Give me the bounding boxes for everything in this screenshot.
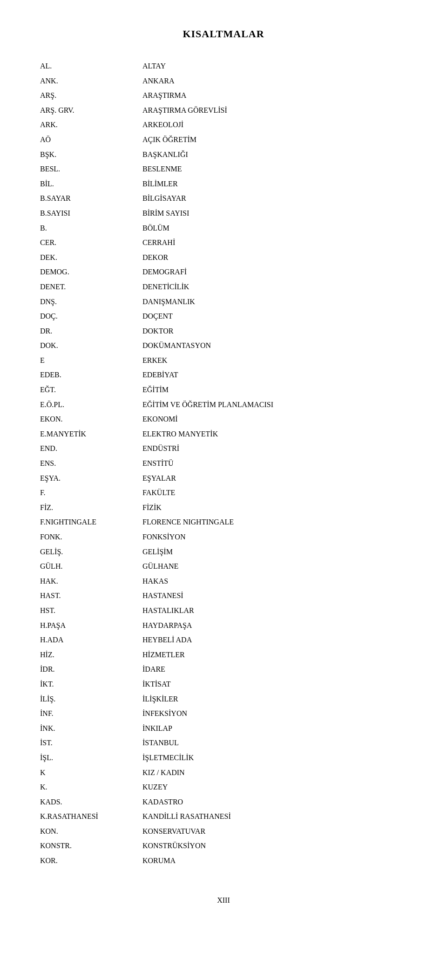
abbreviation-long: FİZİK — [140, 500, 410, 515]
table-row: EĞT.EĞİTİM — [37, 382, 410, 397]
table-row: DNŞ.DANIŞMANLIK — [37, 294, 410, 309]
abbreviation-long: EĞİTİM — [140, 382, 410, 397]
abbreviation-short: KON. — [37, 824, 140, 839]
abbreviation-long: EŞYALAR — [140, 471, 410, 486]
abbreviation-short: BESL. — [37, 162, 140, 177]
abbreviation-short: KONSTR. — [37, 838, 140, 853]
abbreviation-long: İNKILAP — [140, 721, 410, 736]
abbreviation-long: İSTANBUL — [140, 735, 410, 750]
table-row: ARŞ.ARAŞTIRMA — [37, 88, 410, 103]
abbreviation-short: AL. — [37, 59, 140, 74]
table-row: E.Ö.PL.EĞİTİM VE ÖĞRETİM PLANLAMACISI — [37, 397, 410, 412]
abbreviation-long: FLORENCE NIGHTINGALE — [140, 515, 410, 530]
table-row: EDEB.EDEBİYAT — [37, 368, 410, 382]
abbreviation-long: HAYDARPAŞA — [140, 618, 410, 633]
abbreviation-short: DR. — [37, 324, 140, 339]
abbreviation-short: GÜLH. — [37, 559, 140, 574]
table-row: DEK.DEKOR — [37, 250, 410, 265]
abbreviation-short: DOÇ. — [37, 309, 140, 324]
abbreviation-long: KIZ / KADIN — [140, 765, 410, 780]
table-row: KONSTR.KONSTRÜKSİYON — [37, 838, 410, 853]
table-row: F.NIGHTINGALEFLORENCE NIGHTINGALE — [37, 515, 410, 530]
table-row: İNK.İNKILAP — [37, 721, 410, 736]
abbreviation-long: FONKSİYON — [140, 530, 410, 544]
abbreviation-long: ARAŞTIRMA GÖREVLİSİ — [140, 103, 410, 118]
abbreviation-short: İNK. — [37, 721, 140, 736]
abbreviation-short: K.RASATHANESİ — [37, 809, 140, 824]
abbreviation-long: HAKAS — [140, 574, 410, 589]
abbreviation-short: B. — [37, 221, 140, 236]
abbreviation-long: EDEBİYAT — [140, 368, 410, 382]
abbreviation-long: GÜLHANE — [140, 559, 410, 574]
table-row: K.RASATHANESİKANDİLLİ RASATHANESİ — [37, 809, 410, 824]
abbreviation-short: EĞT. — [37, 382, 140, 397]
table-row: EKON.EKONOMİ — [37, 412, 410, 427]
page-title: KISALTMALAR — [37, 28, 410, 40]
abbreviation-long: HASTALIKLAR — [140, 603, 410, 618]
abbreviation-long: DOKÜMANTASYON — [140, 338, 410, 353]
abbreviation-short: EŞYA. — [37, 471, 140, 486]
table-row: İST.İSTANBUL — [37, 735, 410, 750]
table-row: İKT.İKTİSAT — [37, 677, 410, 692]
table-row: HAST.HASTANESİ — [37, 588, 410, 603]
abbreviation-long: BİLİMLER — [140, 177, 410, 191]
table-row: ANK.ANKARA — [37, 74, 410, 88]
table-row: BŞK.BAŞKANLIĞI — [37, 147, 410, 162]
abbreviation-short: H.ADA — [37, 633, 140, 647]
page-number: XIII — [217, 896, 230, 904]
table-row: KON.KONSERVATUVAR — [37, 824, 410, 839]
table-row: HİZ.HİZMETLER — [37, 647, 410, 662]
table-row: DOK.DOKÜMANTASYON — [37, 338, 410, 353]
abbreviation-short: BŞK. — [37, 147, 140, 162]
abbreviation-long: ERKEK — [140, 353, 410, 368]
abbreviation-short: E.MANYETİK — [37, 427, 140, 442]
abbreviation-short: KOR. — [37, 853, 140, 868]
table-row: ENS.ENSTİTÜ — [37, 456, 410, 471]
abbreviation-short: İŞL. — [37, 750, 140, 765]
table-row: ARK.ARKEOLOJİ — [37, 117, 410, 132]
table-row: KKIZ / KADIN — [37, 765, 410, 780]
table-row: HAK.HAKAS — [37, 574, 410, 589]
abbreviation-long: HİZMETLER — [140, 647, 410, 662]
table-row: H.PAŞAHAYDARPAŞA — [37, 618, 410, 633]
table-row: KADS.KADASTRO — [37, 795, 410, 810]
abbreviation-short: İKT. — [37, 677, 140, 692]
table-row: GELİŞ.GELİŞİM — [37, 544, 410, 559]
table-row: BİL.BİLİMLER — [37, 177, 410, 191]
abbreviation-short: HAST. — [37, 588, 140, 603]
abbreviation-short: E — [37, 353, 140, 368]
table-row: CER.CERRAHİ — [37, 235, 410, 250]
abbreviation-short: K — [37, 765, 140, 780]
abbreviation-long: BİRİM SAYISI — [140, 206, 410, 221]
abbreviation-long: DOKTOR — [140, 324, 410, 339]
abbreviation-long: DEKOR — [140, 250, 410, 265]
table-row: F.FAKÜLTE — [37, 485, 410, 500]
abbreviation-long: İLİŞKİLER — [140, 692, 410, 707]
table-row: FİZ.FİZİK — [37, 500, 410, 515]
abbreviation-long: EĞİTİM VE ÖĞRETİM PLANLAMACISI — [140, 397, 410, 412]
abbreviation-long: BESLENME — [140, 162, 410, 177]
table-row: E.MANYETİKELEKTRO MANYETİK — [37, 427, 410, 442]
abbreviation-long: BAŞKANLIĞI — [140, 147, 410, 162]
abbreviation-long: İNFEKSİYON — [140, 706, 410, 721]
table-row: DR.DOKTOR — [37, 324, 410, 339]
table-row: B.SAYARBİLGİSAYAR — [37, 191, 410, 206]
abbreviation-long: KONSTRÜKSİYON — [140, 838, 410, 853]
table-row: AÖAÇIK ÖĞRETİM — [37, 132, 410, 147]
abbreviation-short: HST. — [37, 603, 140, 618]
abbreviation-short: B.SAYISI — [37, 206, 140, 221]
table-row: DEMOG.DEMOGRAFİ — [37, 265, 410, 279]
abbreviation-short: F. — [37, 485, 140, 500]
abbreviation-short: H.PAŞA — [37, 618, 140, 633]
abbreviation-short: AÖ — [37, 132, 140, 147]
abbreviation-long: BÖLÜM — [140, 221, 410, 236]
table-row: FONK.FONKSİYON — [37, 530, 410, 544]
abbreviation-short: CER. — [37, 235, 140, 250]
table-row: GÜLH.GÜLHANE — [37, 559, 410, 574]
abbreviation-short: FİZ. — [37, 500, 140, 515]
abbreviation-long: KORUMA — [140, 853, 410, 868]
table-row: ARŞ. GRV.ARAŞTIRMA GÖREVLİSİ — [37, 103, 410, 118]
abbreviation-long: ENDÜSTRİ — [140, 441, 410, 456]
abbreviation-long: ANKARA — [140, 74, 410, 88]
abbreviation-long: KUZEY — [140, 780, 410, 795]
